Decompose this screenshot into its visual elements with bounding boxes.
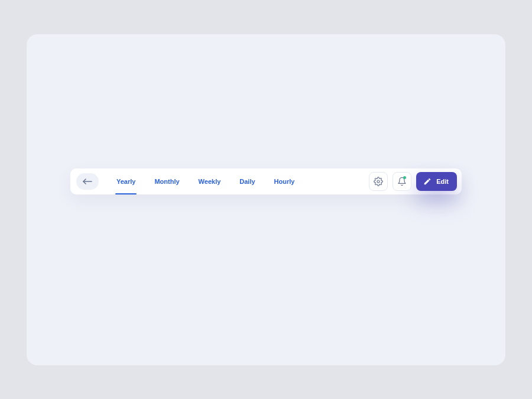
- gear-icon: [374, 177, 383, 186]
- edit-button[interactable]: Edit: [416, 172, 457, 191]
- svg-point-1: [377, 180, 379, 183]
- tab-yearly[interactable]: Yearly: [115, 168, 137, 194]
- time-range-tabs: Yearly Monthly Weekly Daily Hourly: [115, 168, 364, 194]
- notification-dot-icon: [403, 176, 406, 179]
- arrow-left-icon: [83, 179, 92, 184]
- pencil-icon: [423, 177, 432, 186]
- notifications-button[interactable]: [392, 172, 411, 191]
- toolbar: Yearly Monthly Weekly Daily Hourly: [70, 168, 462, 194]
- tab-monthly[interactable]: Monthly: [153, 168, 180, 194]
- tab-hourly[interactable]: Hourly: [273, 168, 296, 194]
- edit-button-label: Edit: [436, 178, 449, 185]
- tab-weekly[interactable]: Weekly: [197, 168, 222, 194]
- main-panel: Yearly Monthly Weekly Daily Hourly: [27, 34, 505, 365]
- settings-button[interactable]: [369, 172, 388, 191]
- toolbar-actions: Edit: [369, 172, 457, 191]
- tab-daily[interactable]: Daily: [238, 168, 256, 194]
- back-button[interactable]: [76, 173, 99, 190]
